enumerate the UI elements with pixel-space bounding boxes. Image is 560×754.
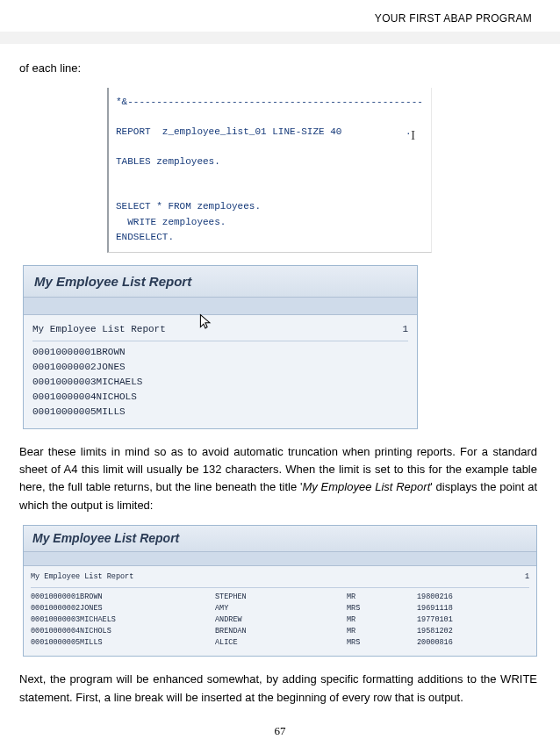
report-row: 00010000003MICHAELS ANDREW MR 19770101 xyxy=(31,614,529,626)
cell: 19691118 xyxy=(417,603,529,614)
cell: STEPHEN xyxy=(215,592,347,603)
cell: MR xyxy=(347,626,417,637)
code-line: *&--------------------------------------… xyxy=(116,97,423,107)
report-header-row: My Employee List Report 1 xyxy=(32,322,408,341)
body: of each line: *&------------------------… xyxy=(19,0,537,707)
paragraph: Next, the program will be enhanced somew… xyxy=(19,671,537,706)
code-line: SELECT * FROM zemployees. xyxy=(116,201,261,212)
cell: MR xyxy=(347,614,417,626)
report-row: 00010000004NICHOLS BRENDAN MR 19581202 xyxy=(31,626,529,637)
report-row: 00010000003MICHAELS xyxy=(32,375,408,390)
page: YOUR FIRST ABAP PROGRAM of each line: *&… xyxy=(0,0,560,754)
report-header-label: My Employee List Report xyxy=(32,322,243,337)
sap-report-panel: My Employee List Report My Employee List… xyxy=(23,265,418,430)
report-header-row: My Employee List Report 1 xyxy=(31,571,529,587)
sap-report-body: My Employee List Report 1 00010000001BRO… xyxy=(24,315,417,428)
cell: BRENDAN xyxy=(215,626,347,637)
cell: MR xyxy=(347,592,417,603)
paragraph: Bear these limits in mind so as to avoid… xyxy=(19,443,537,514)
cell: AMY xyxy=(215,603,347,614)
report-header-label: My Employee List Report xyxy=(31,571,512,583)
page-header: YOUR FIRST ABAP PROGRAM xyxy=(375,12,532,25)
report-row: 00010000005MILLS xyxy=(32,405,408,420)
sap-toolbar xyxy=(24,552,536,566)
text-cursor-icon: I xyxy=(411,126,415,146)
sap-titlebar: My Employee List Report xyxy=(24,526,536,553)
cell: MRS xyxy=(347,603,417,614)
pointer-cursor-icon xyxy=(199,313,212,331)
report-row: 00010000005MILLS ALICE MRS 20000816 xyxy=(31,637,529,649)
abap-code-box: *&--------------------------------------… xyxy=(107,88,432,252)
report-row: 00010000002JONES AMY MRS 19691118 xyxy=(31,603,529,614)
sap-report-panel-wide: My Employee List Report My Employee List… xyxy=(23,525,537,657)
cell: 19581202 xyxy=(417,626,529,637)
code-line: WRITE zemployees. xyxy=(116,217,226,227)
cell: 19800216 xyxy=(417,592,529,603)
cell: ALICE xyxy=(215,637,347,649)
cell: 00010000003MICHAELS xyxy=(31,614,215,626)
report-row: 00010000001BROWN STEPHEN MR 19800216 xyxy=(31,592,529,603)
svg-marker-0 xyxy=(200,314,210,327)
sap-report-body: My Employee List Report 1 00010000001BRO… xyxy=(24,566,536,656)
cell: 00010000001BROWN xyxy=(31,592,215,603)
cell: 00010000004NICHOLS xyxy=(31,626,215,637)
sap-titlebar: My Employee List Report xyxy=(24,266,417,298)
report-row: 00010000002JONES xyxy=(32,360,408,375)
sap-toolbar xyxy=(24,298,417,315)
cell: ANDREW xyxy=(215,614,347,626)
text-emphasis: My Employee List Report xyxy=(302,480,430,493)
page-number: 67 xyxy=(0,724,560,738)
report-row: 00010000004NICHOLS xyxy=(32,390,408,405)
code-figure: *&--------------------------------------… xyxy=(19,88,537,252)
cell: MRS xyxy=(347,637,417,649)
code-line: TABLES zemployees. xyxy=(116,156,220,167)
cell: 00010000005MILLS xyxy=(31,637,215,649)
cell: 19770101 xyxy=(417,614,529,626)
code-line: ENDSELECT. xyxy=(116,232,174,242)
para-fragment-top: of each line: xyxy=(19,60,537,77)
report-header-pageno: 1 xyxy=(243,322,408,337)
cell: 20000816 xyxy=(417,637,529,649)
header-rule xyxy=(0,32,560,44)
cell: 00010000002JONES xyxy=(31,603,215,614)
code-line: REPORT z_employee_list_01 LINE-SIZE 40 xyxy=(116,126,341,137)
report-header-pageno: 1 xyxy=(512,571,529,583)
report-row: 00010000001BROWN xyxy=(32,345,408,360)
